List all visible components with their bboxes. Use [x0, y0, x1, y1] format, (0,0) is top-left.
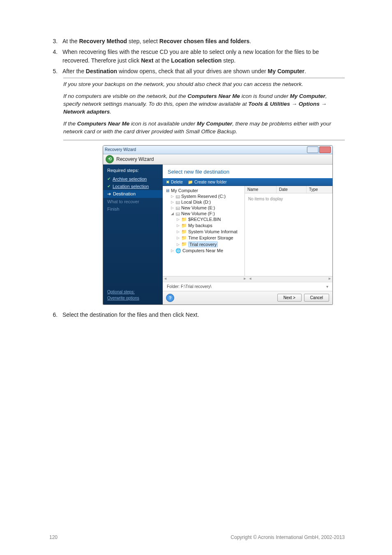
step-archive-selection[interactable]: ✔Archive selection — [107, 175, 159, 183]
expander-icon[interactable]: ▷ — [177, 242, 180, 246]
help-icon[interactable]: ? — [166, 294, 174, 302]
file-list-empty: No items to display — [245, 193, 332, 276]
folder-path[interactable]: F:\Trial recovery\ — [181, 284, 212, 289]
optional-steps-label: Optional steps: — [107, 290, 159, 294]
page-number: 120 — [49, 534, 58, 540]
overwrite-options-link[interactable]: Overwrite options — [107, 296, 159, 300]
window-titlebar[interactable]: Recovery Wizard — [103, 146, 332, 154]
drive-icon: 🖴 — [175, 205, 180, 210]
step-6: Select the destination for the files and… — [59, 311, 345, 319]
step-5: After the Destination window opens, chec… — [59, 67, 345, 75]
expander-icon[interactable]: ▷ — [177, 236, 180, 240]
delete-button[interactable]: ✖Delete — [166, 180, 183, 184]
new-folder-icon: 📁 — [188, 180, 193, 184]
screenshot-recovery-wizard: Recovery Wizard ⟲ Recovery Wizard Requir… — [103, 145, 333, 305]
tree-scrollbar[interactable]: ◄► — [163, 276, 248, 282]
list-header[interactable]: Name Date Type — [245, 186, 332, 193]
next-button[interactable]: Next > — [277, 294, 302, 302]
divider — [63, 78, 345, 78]
step-finish: Finish — [107, 205, 159, 213]
expander-icon[interactable]: ▷ — [177, 223, 180, 228]
col-date[interactable]: Date — [277, 186, 307, 193]
wizard-steps-panel: Required steps: ✔Archive selection ✔Loca… — [103, 165, 163, 304]
minimize-button[interactable] — [307, 146, 318, 153]
toolbar: ✖Delete 📁Create new folder — [163, 178, 332, 186]
step-what-to-recover: What to recover — [107, 198, 159, 205]
col-type[interactable]: Type — [307, 186, 332, 193]
arrow-icon: ➔ — [107, 191, 111, 197]
step-3: At the Recovery Method step, select Reco… — [59, 37, 345, 45]
note-2: If no computers are visible on the netwo… — [63, 93, 345, 116]
folder-icon: 📁 — [181, 223, 187, 228]
copyright: Copyright © Acronis International GmbH, … — [231, 534, 345, 540]
drive-icon: 🖴 — [175, 194, 180, 199]
drive-icon: 🖴 — [175, 211, 180, 216]
expander-icon[interactable]: ▷ — [171, 206, 174, 210]
step-location-selection[interactable]: ✔Location selection — [107, 183, 159, 190]
folder-icon: 📁 — [181, 235, 187, 241]
steps-header: Required steps: — [107, 168, 159, 173]
note-3: If the Computers Near Me icon is not ava… — [63, 120, 345, 136]
back-icon[interactable]: ⟲ — [106, 155, 114, 163]
folder-label: Folder: — [167, 284, 180, 289]
tree-node-trial-recovery[interactable]: ▷📁Trial recovery — [165, 241, 243, 248]
expander-icon[interactable]: ◢ — [171, 211, 174, 216]
col-name[interactable]: Name — [245, 186, 277, 193]
computer-icon: 🖥 — [165, 188, 170, 193]
list-scrollbar[interactable]: ◄► — [248, 276, 333, 282]
check-icon: ✔ — [107, 176, 111, 181]
step-destination[interactable]: ➔Destination — [103, 190, 163, 198]
create-new-folder-button[interactable]: 📁Create new folder — [188, 180, 227, 184]
network-icon: 🌐 — [175, 248, 181, 253]
expander-icon[interactable]: ▷ — [171, 200, 174, 204]
close-button[interactable] — [319, 146, 331, 153]
expander-icon[interactable]: ▷ — [171, 194, 174, 198]
check-icon: ✔ — [107, 184, 111, 188]
divider-2 — [63, 140, 345, 140]
expander-icon[interactable]: ▷ — [177, 217, 180, 221]
expander-icon[interactable]: ▷ — [171, 248, 174, 253]
panel-title: Select new file destination — [163, 165, 332, 178]
step-4: When recovering files with the rescue CD… — [59, 48, 345, 65]
delete-icon: ✖ — [166, 180, 169, 184]
folder-icon: 📁 — [181, 229, 187, 235]
cancel-button[interactable]: Cancel — [304, 294, 329, 302]
dropdown-icon[interactable]: ▾ — [326, 284, 328, 289]
folder-icon: 📁 — [181, 242, 187, 247]
folder-tree[interactable]: 🖥My Computer ▷🖴System Reserved (C:) ▷🖴Lo… — [163, 186, 245, 276]
wizard-heading: Recovery Wizard — [116, 156, 154, 162]
window-title: Recovery Wizard — [105, 147, 136, 152]
expander-icon[interactable]: ▷ — [177, 230, 180, 234]
note-1: If you store your backups on the network… — [63, 81, 345, 88]
folder-icon: 📁 — [181, 217, 187, 222]
drive-icon: 🖴 — [175, 200, 180, 204]
